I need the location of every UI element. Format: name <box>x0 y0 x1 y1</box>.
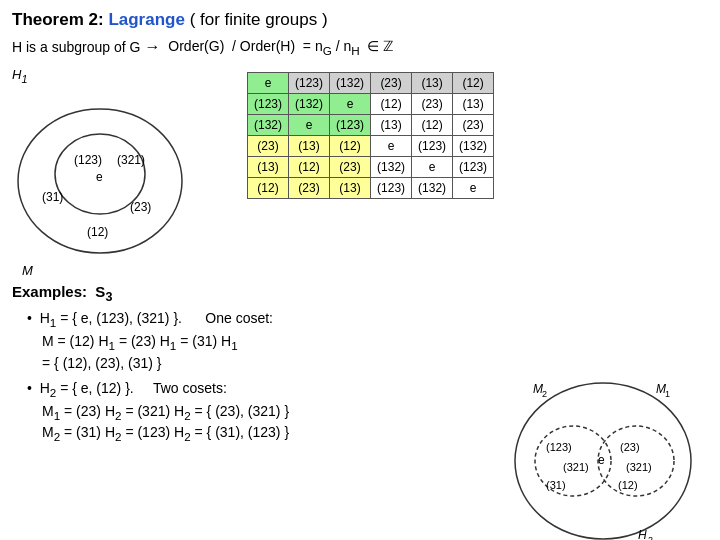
theorem-name: Lagrange <box>108 10 185 29</box>
subgroup-text-1: H is a subgroup of G <box>12 39 140 55</box>
table-header-row: e (123) (132) (23) (13) (12) <box>248 72 494 93</box>
svg-text:1: 1 <box>665 389 670 399</box>
arrow-symbol: → <box>144 38 160 56</box>
row-header-12: (12) <box>248 177 289 198</box>
h2-diagram: M 2 M 1 (123) (321) (31) e (23) (321) (1… <box>508 371 698 540</box>
cell-12-123: (23) <box>289 177 330 198</box>
cell-132-23: (13) <box>371 114 412 135</box>
h2-example: • H2 = { e, (12) }. Two cosets: <box>27 380 508 399</box>
top-section: H1 (123) e (321) (31) (12) (23) M e (123… <box>12 67 708 279</box>
cell-123-13: (23) <box>412 93 453 114</box>
svg-text:2: 2 <box>542 389 547 399</box>
cell-13-12: (123) <box>453 156 494 177</box>
cell-13-132: (23) <box>330 156 371 177</box>
cell-23-132: (12) <box>330 135 371 156</box>
h2-diagram-svg: M 2 M 1 (123) (321) (31) e (23) (321) (1… <box>508 371 698 540</box>
cell-132-13: (12) <box>412 114 453 135</box>
subgroup-text-2: Order(G) / Order(H) = nG / nH ∈ ℤ <box>164 38 393 57</box>
h1-diagram-svg: (123) e (321) (31) (12) (23) <box>12 86 187 261</box>
svg-text:(321): (321) <box>563 461 589 473</box>
cell-123-12: (13) <box>453 93 494 114</box>
theorem-suffix: ( for finite groups ) <box>190 10 328 29</box>
cell-12-132: (13) <box>330 177 371 198</box>
subgroup-statement: H is a subgroup of G → Order(G) / Order(… <box>12 38 708 57</box>
theorem-number: Theorem 2: <box>12 10 104 29</box>
m2-line-1: M2 = (31) H2 = (123) H2 = { (31), (123) … <box>42 424 508 443</box>
svg-text:(321): (321) <box>117 153 145 167</box>
col-header-13: (13) <box>412 72 453 93</box>
cell-132-12: (23) <box>453 114 494 135</box>
cell-13-123: (12) <box>289 156 330 177</box>
h1-example: • H1 = { e, (123), (321) }. One coset: <box>27 310 708 329</box>
svg-text:(31): (31) <box>546 479 566 491</box>
m1-line-1: M1 = (23) H2 = (321) H2 = { (23), (321) … <box>42 403 508 422</box>
svg-text:(12): (12) <box>87 225 108 239</box>
svg-text:e: e <box>598 453 605 467</box>
cell-12-23: (123) <box>371 177 412 198</box>
svg-text:(23): (23) <box>130 200 151 214</box>
table-row: (132) e (123) (13) (12) (23) <box>248 114 494 135</box>
examples-title: Examples: S3 <box>12 283 708 304</box>
svg-text:(31): (31) <box>42 190 63 204</box>
row-header-13: (13) <box>248 156 289 177</box>
bottom-section: • H2 = { e, (12) }. Two cosets: M1 = (23… <box>12 376 708 540</box>
row-header-23: (23) <box>248 135 289 156</box>
cayley-table-area: e (123) (132) (23) (13) (12) (123) (132)… <box>247 72 494 279</box>
svg-text:(321): (321) <box>626 461 652 473</box>
svg-text:(12): (12) <box>618 479 638 491</box>
svg-text:(123): (123) <box>546 441 572 453</box>
cell-123-123: (132) <box>289 93 330 114</box>
cell-12-12: e <box>453 177 494 198</box>
row-header-132: (132) <box>248 114 289 135</box>
table-row: (12) (23) (13) (123) (132) e <box>248 177 494 198</box>
examples-word: Examples: S3 <box>12 283 112 300</box>
cell-23-123: (13) <box>289 135 330 156</box>
theorem-title: Theorem 2: Lagrange ( for finite groups … <box>12 8 708 32</box>
cell-132-123: e <box>289 114 330 135</box>
svg-text:2: 2 <box>648 535 653 540</box>
cell-13-13: e <box>412 156 453 177</box>
cell-132-132: (123) <box>330 114 371 135</box>
m-set: = { (12), (23), (31) } <box>42 355 708 371</box>
table-row: (123) (132) e (12) (23) (13) <box>248 93 494 114</box>
cell-12-13: (132) <box>412 177 453 198</box>
cell-23-23: e <box>371 135 412 156</box>
svg-text:(123): (123) <box>74 153 102 167</box>
m-line-1: M = (12) H1 = (23) H1 = (31) H1 <box>42 333 708 352</box>
m-label: M <box>22 263 33 278</box>
svg-text:e: e <box>96 170 103 184</box>
cell-23-13: (123) <box>412 135 453 156</box>
table-corner: e <box>248 72 289 93</box>
col-header-123: (123) <box>289 72 330 93</box>
cell-13-23: (132) <box>371 156 412 177</box>
cell-123-23: (12) <box>371 93 412 114</box>
cell-23-12: (132) <box>453 135 494 156</box>
table-row: (13) (12) (23) (132) e (123) <box>248 156 494 177</box>
svg-text:H: H <box>638 528 647 540</box>
examples-section: Examples: S3 • H1 = { e, (123), (321) }.… <box>12 283 708 371</box>
cell-123-132: e <box>330 93 371 114</box>
col-header-12: (12) <box>453 72 494 93</box>
h2-example-section: • H2 = { e, (12) }. Two cosets: M1 = (23… <box>12 376 508 540</box>
col-header-132: (132) <box>330 72 371 93</box>
col-header-23: (23) <box>371 72 412 93</box>
h1-diagram-wrapper: H1 (123) e (321) (31) (12) (23) M <box>12 67 187 279</box>
svg-text:(23): (23) <box>620 441 640 453</box>
table-row: (23) (13) (12) e (123) (132) <box>248 135 494 156</box>
row-header-123: (123) <box>248 93 289 114</box>
h1-diagram-label: H1 <box>12 67 27 85</box>
cayley-table: e (123) (132) (23) (13) (12) (123) (132)… <box>247 72 494 199</box>
